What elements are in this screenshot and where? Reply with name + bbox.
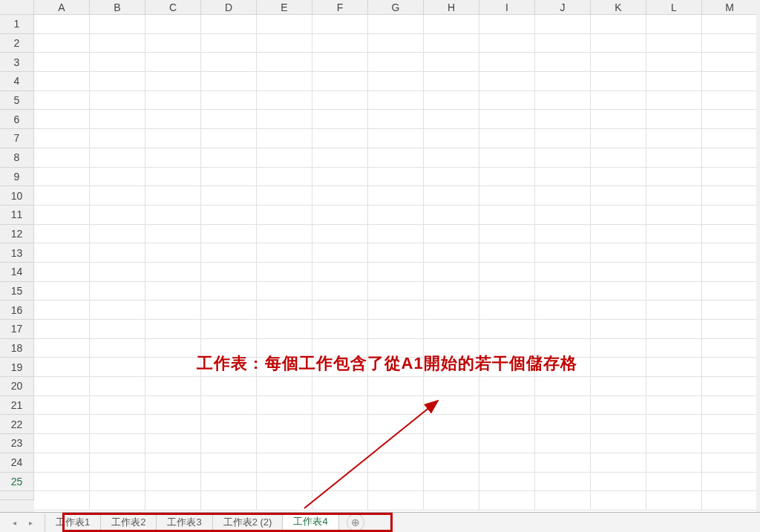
cell[interactable]: [201, 206, 257, 225]
cell[interactable]: [591, 34, 646, 53]
cell[interactable]: [424, 491, 479, 510]
cell[interactable]: [34, 72, 90, 91]
cell[interactable]: [257, 434, 312, 453]
row-header[interactable]: 22: [0, 415, 34, 434]
cell[interactable]: [479, 225, 535, 244]
cell[interactable]: [201, 473, 257, 492]
cell[interactable]: [90, 453, 145, 473]
cell[interactable]: [34, 358, 90, 377]
cell[interactable]: [34, 377, 90, 396]
cell[interactable]: [702, 396, 758, 416]
cell[interactable]: [34, 148, 90, 168]
cells-area[interactable]: [34, 15, 760, 512]
cell[interactable]: [702, 415, 758, 434]
cell[interactable]: [90, 434, 145, 453]
cell[interactable]: [424, 396, 479, 416]
cell[interactable]: [646, 358, 702, 377]
cell[interactable]: [479, 453, 535, 473]
cell[interactable]: [90, 225, 145, 244]
cell[interactable]: [535, 91, 591, 111]
cell[interactable]: [368, 453, 424, 473]
cell[interactable]: [145, 168, 201, 187]
cell[interactable]: [646, 339, 702, 358]
cell[interactable]: [257, 168, 312, 187]
cell[interactable]: [312, 415, 368, 434]
cell[interactable]: [34, 243, 90, 263]
cell[interactable]: [591, 15, 646, 34]
cell[interactable]: [368, 377, 424, 396]
cell[interactable]: [702, 225, 758, 244]
cell[interactable]: [145, 282, 201, 301]
column-header[interactable]: F: [312, 0, 368, 15]
cell[interactable]: [312, 243, 368, 263]
cell[interactable]: [34, 206, 90, 225]
cell[interactable]: [479, 34, 535, 53]
cell[interactable]: [90, 263, 145, 282]
column-header[interactable]: L: [646, 0, 702, 15]
cell[interactable]: [201, 434, 257, 453]
row-header[interactable]: 11: [0, 206, 34, 225]
cell[interactable]: [702, 320, 758, 339]
cell[interactable]: [312, 301, 368, 320]
cell[interactable]: [34, 473, 90, 492]
cell[interactable]: [591, 186, 646, 206]
cell[interactable]: [257, 243, 312, 263]
cell[interactable]: [201, 225, 257, 244]
cell[interactable]: [591, 206, 646, 225]
column-header[interactable]: I: [479, 0, 535, 15]
cell[interactable]: [424, 377, 479, 396]
cell[interactable]: [424, 301, 479, 320]
column-header[interactable]: C: [145, 0, 201, 15]
cell[interactable]: [90, 15, 145, 34]
cell[interactable]: [257, 491, 312, 510]
cell[interactable]: [424, 186, 479, 206]
cell[interactable]: [145, 91, 201, 111]
cell[interactable]: [424, 263, 479, 282]
cell[interactable]: [424, 282, 479, 301]
column-header[interactable]: H: [424, 0, 479, 15]
cell[interactable]: [257, 148, 312, 168]
cell[interactable]: [34, 434, 90, 453]
cell[interactable]: [145, 129, 201, 148]
cell[interactable]: [201, 396, 257, 416]
cell[interactable]: [702, 377, 758, 396]
cell[interactable]: [535, 473, 591, 492]
cell[interactable]: [145, 396, 201, 416]
cell[interactable]: [479, 72, 535, 91]
cell[interactable]: [90, 91, 145, 111]
cell[interactable]: [479, 15, 535, 34]
sheet-tab[interactable]: 工作表2: [101, 513, 157, 532]
cell[interactable]: [702, 263, 758, 282]
cell[interactable]: [145, 473, 201, 492]
cell[interactable]: [591, 301, 646, 320]
cell[interactable]: [702, 34, 758, 53]
sheet-next-button[interactable]: ▸: [25, 517, 36, 528]
row-header[interactable]: 4: [0, 72, 34, 91]
cell[interactable]: [424, 320, 479, 339]
row-header[interactable]: 5: [0, 91, 34, 111]
cell[interactable]: [90, 186, 145, 206]
cell[interactable]: [257, 453, 312, 473]
cell[interactable]: [424, 243, 479, 263]
cell[interactable]: [479, 434, 535, 453]
cell[interactable]: [424, 206, 479, 225]
cell[interactable]: [535, 434, 591, 453]
cell[interactable]: [591, 282, 646, 301]
cell[interactable]: [591, 263, 646, 282]
cell[interactable]: [34, 110, 90, 129]
cell[interactable]: [34, 34, 90, 53]
row-header[interactable]: 17: [0, 320, 34, 339]
cell[interactable]: [312, 377, 368, 396]
cell[interactable]: [257, 320, 312, 339]
cell[interactable]: [424, 168, 479, 187]
cell[interactable]: [90, 491, 145, 510]
cell[interactable]: [479, 168, 535, 187]
cell[interactable]: [145, 320, 201, 339]
column-header[interactable]: A: [34, 0, 90, 15]
cell[interactable]: [646, 15, 702, 34]
cell[interactable]: [646, 301, 702, 320]
cell[interactable]: [368, 301, 424, 320]
cell[interactable]: [201, 320, 257, 339]
cell[interactable]: [479, 129, 535, 148]
sheet-tab[interactable]: 工作表3: [157, 513, 212, 532]
